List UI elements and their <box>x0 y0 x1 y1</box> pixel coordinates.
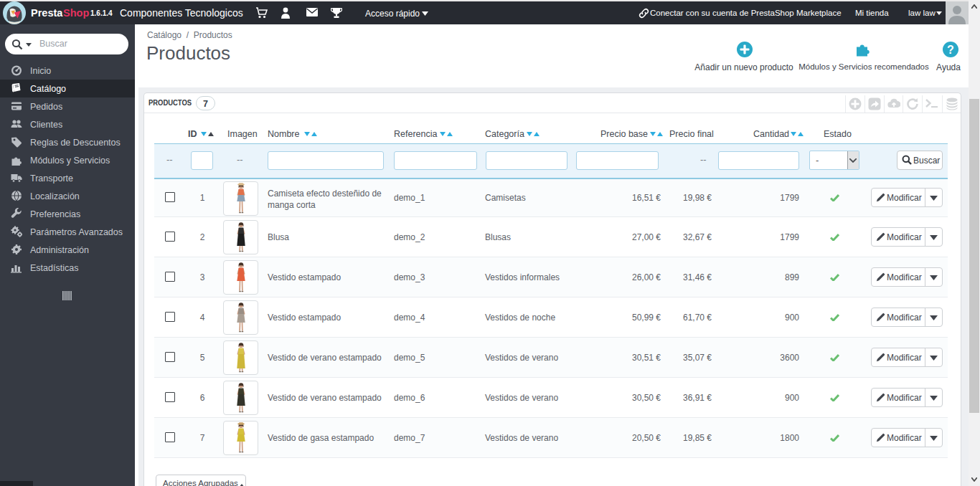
svg-text:?: ? <box>947 44 954 56</box>
